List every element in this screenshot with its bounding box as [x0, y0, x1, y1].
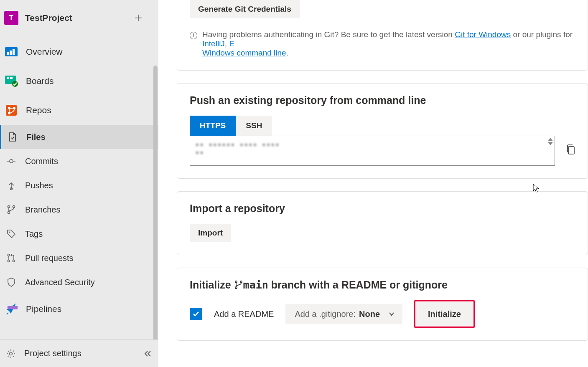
- nav-label: Pipelines: [26, 304, 61, 314]
- nav-label: Boards: [26, 76, 54, 86]
- nav-label: Pull requests: [25, 253, 74, 263]
- collapse-sidebar-button[interactable]: [143, 349, 152, 358]
- gear-icon: [6, 349, 16, 359]
- import-card: Import a repository Import: [177, 191, 588, 255]
- nav-label: Overview: [26, 47, 63, 57]
- nav-tags[interactable]: Tags: [0, 222, 158, 246]
- svg-rect-8: [6, 105, 17, 116]
- nav-list: Overview Boards Repos: [0, 32, 158, 324]
- svg-point-10: [8, 112, 10, 114]
- generate-credentials-button[interactable]: Generate Git Credentials: [190, 0, 300, 18]
- sidebar-header: T TestProject: [0, 4, 154, 32]
- sidebar: T TestProject Overview Boards: [0, 0, 158, 367]
- pushes-icon: [6, 180, 17, 191]
- initialize-heading: Initialize main branch with a README or …: [190, 279, 575, 291]
- nav-label: Files: [26, 132, 46, 142]
- textarea-spinner[interactable]: [548, 138, 553, 145]
- nav-label: Advanced Security: [25, 278, 95, 287]
- pull-requests-icon: [6, 253, 17, 263]
- svg-rect-2: [10, 51, 12, 55]
- info-text: Having problems authenticating in Git? B…: [202, 30, 575, 58]
- truncated-link[interactable]: E: [229, 39, 234, 48]
- nav-repos[interactable]: Repos: [0, 96, 158, 125]
- svg-point-16: [13, 206, 15, 208]
- push-heading: Push an existing repository from command…: [190, 94, 575, 106]
- nav-boards[interactable]: Boards: [0, 66, 158, 96]
- project-title[interactable]: TestProject: [25, 13, 131, 23]
- git-for-windows-link[interactable]: Git for Windows: [455, 30, 511, 39]
- project-settings-link[interactable]: Project settings: [24, 349, 143, 358]
- nav-pull-requests[interactable]: Pull requests: [0, 246, 158, 270]
- push-commands-textarea[interactable]: ▪▪ ▪▪▪▪▪▪ ▪▪▪▪ ▪▪▪▪▪▪: [190, 136, 555, 166]
- initialize-card: Initialize main branch with a README or …: [177, 268, 588, 341]
- nav-pipelines[interactable]: Pipelines: [0, 294, 158, 324]
- svg-point-24: [235, 287, 237, 289]
- nav-label: Branches: [25, 205, 61, 215]
- tab-ssh[interactable]: SSH: [236, 116, 272, 136]
- artifacts-icon-peek: [8, 306, 18, 309]
- push-card: Push an existing repository from command…: [177, 83, 588, 179]
- shield-icon: [6, 277, 17, 288]
- info-row: i Having problems authenticating in Git?…: [190, 30, 575, 58]
- svg-point-15: [8, 212, 10, 214]
- gitignore-dropdown[interactable]: Add a .gitignore: None: [285, 304, 402, 324]
- info-icon: i: [190, 32, 197, 39]
- main-content: Generate Git Credentials i Having proble…: [158, 0, 588, 367]
- initialize-highlight: Initialize: [414, 300, 475, 328]
- import-button[interactable]: Import: [190, 224, 231, 242]
- svg-point-21: [10, 352, 13, 355]
- svg-point-19: [8, 260, 10, 262]
- nav-branches[interactable]: Branches: [0, 197, 158, 222]
- nav-files[interactable]: Files: [0, 125, 158, 149]
- nav-label: Pushes: [25, 181, 53, 190]
- commits-icon: [6, 156, 17, 167]
- sidebar-scrollbar[interactable]: [153, 66, 158, 339]
- tags-icon: [6, 228, 17, 239]
- svg-point-9: [8, 107, 10, 109]
- copy-button[interactable]: [566, 144, 575, 155]
- sidebar-footer: Project settings: [0, 339, 158, 367]
- repos-icon: [4, 103, 18, 117]
- svg-point-12: [10, 159, 13, 163]
- svg-point-14: [8, 206, 10, 208]
- svg-rect-22: [568, 147, 574, 154]
- svg-rect-6: [10, 77, 13, 79]
- nav-overview[interactable]: Overview: [0, 37, 158, 66]
- check-icon: [192, 310, 200, 318]
- nav-label: Tags: [25, 229, 43, 239]
- svg-point-17: [9, 232, 10, 233]
- svg-rect-1: [7, 52, 9, 55]
- svg-point-23: [235, 281, 237, 283]
- credentials-card: Generate Git Credentials i Having proble…: [177, 0, 588, 71]
- overview-icon: [4, 45, 18, 59]
- add-readme-label: Add a README: [214, 309, 274, 319]
- svg-rect-5: [7, 77, 9, 79]
- initialize-button[interactable]: Initialize: [416, 302, 473, 326]
- nav-commits[interactable]: Commits: [0, 149, 158, 173]
- add-button[interactable]: [131, 13, 146, 23]
- svg-point-25: [240, 281, 242, 283]
- add-readme-checkbox[interactable]: [190, 308, 202, 320]
- branch-name: main: [243, 279, 268, 291]
- svg-point-7: [12, 81, 18, 87]
- intellij-link[interactable]: IntelliJ: [202, 39, 225, 48]
- svg-point-18: [8, 254, 10, 256]
- chevron-double-left-icon: [143, 349, 152, 358]
- plus-icon: [134, 14, 143, 22]
- chevron-down-icon: [388, 311, 395, 317]
- svg-rect-3: [13, 49, 15, 55]
- copy-icon: [566, 144, 575, 155]
- nav-pushes[interactable]: Pushes: [0, 173, 158, 197]
- files-icon: [7, 132, 18, 142]
- branches-icon: [6, 204, 17, 215]
- boards-icon: [4, 74, 18, 88]
- import-heading: Import a repository: [190, 202, 575, 215]
- tab-https[interactable]: HTTPS: [190, 116, 236, 136]
- nav-advanced-security[interactable]: Advanced Security: [0, 270, 158, 294]
- branch-icon: [234, 280, 243, 289]
- windows-cli-link[interactable]: Windows command line: [202, 48, 286, 57]
- nav-repos-sub: Files Commits Pushes Branches: [0, 125, 158, 294]
- protocol-tabs: HTTPS SSH: [190, 116, 575, 136]
- project-avatar[interactable]: T: [4, 11, 18, 25]
- nav-label: Commits: [25, 157, 58, 166]
